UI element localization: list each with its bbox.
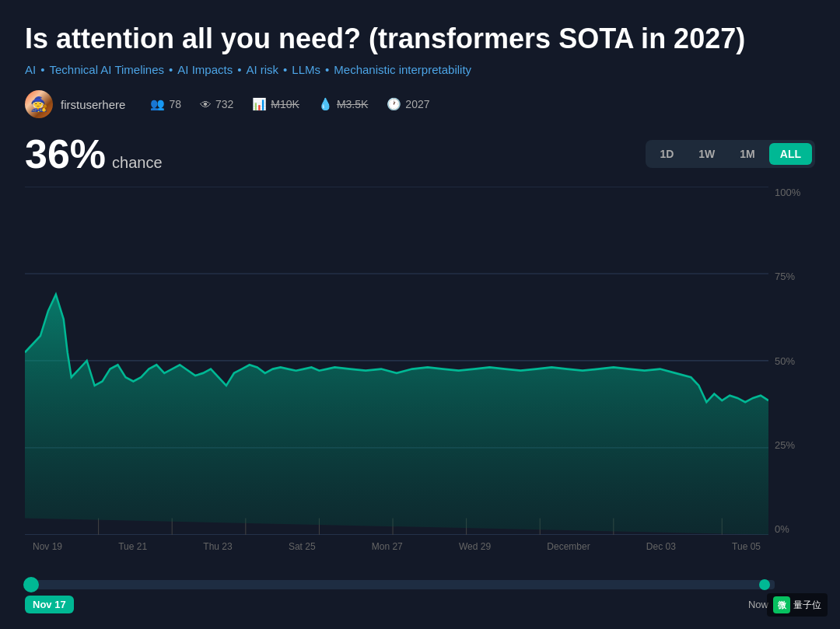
- x-label-thu23: Thu 23: [203, 541, 232, 552]
- chart-svg-container: [25, 187, 768, 535]
- tag-llms[interactable]: LLMs: [292, 63, 320, 76]
- y-label-75: 75%: [775, 271, 815, 282]
- x-label-wed29: Wed 29: [459, 541, 491, 552]
- x-label-nov19: Nov 19: [33, 541, 62, 552]
- volume-icon: 📊: [252, 97, 267, 111]
- timeframe-1w[interactable]: 1W: [688, 143, 726, 165]
- views-icon: 👁: [200, 98, 212, 111]
- x-label-tue05: Tue 05: [732, 541, 761, 552]
- range-labels: Nov 17 Now: [25, 596, 768, 613]
- username[interactable]: firstuserhere: [61, 98, 125, 111]
- y-axis: 100% 75% 50% 25% 0%: [768, 187, 815, 535]
- avatar[interactable]: 🧙: [25, 90, 53, 118]
- chance-display: 36% chance: [25, 131, 163, 177]
- liquidity-icon: 💧: [318, 97, 333, 111]
- y-label-50: 50%: [775, 355, 815, 367]
- chart-area: 100% 75% 50% 25% 0% Nov 19 Tue 21 Thu 23…: [25, 187, 815, 574]
- x-label-tue21: Tue 21: [118, 541, 147, 552]
- chart-svg: [25, 187, 768, 535]
- range-start-label: Nov 17: [25, 596, 74, 613]
- wechat-icon: 微: [773, 596, 790, 613]
- stat-liquidity: 💧 M3.5K: [318, 97, 368, 111]
- scrollbar-handle[interactable]: [31, 580, 775, 589]
- chance-label: chance: [112, 154, 163, 172]
- scrollbar-left-handle[interactable]: [23, 577, 39, 592]
- tag-ai-impacts[interactable]: AI Impacts: [177, 63, 233, 76]
- x-label-sat25: Sat 25: [289, 541, 316, 552]
- x-label-mon27: Mon 27: [372, 541, 403, 552]
- tags-row: AI • Technical AI Timelines • AI Impacts…: [25, 63, 815, 76]
- watermark: 微 量子位: [767, 593, 828, 617]
- range-end-label: Now: [748, 596, 768, 613]
- scrollbar-right-handle[interactable]: [759, 579, 770, 590]
- stat-views: 👁 732: [200, 98, 233, 111]
- volume-value: M10K: [271, 98, 299, 110]
- watermark-text: 量子位: [793, 599, 821, 612]
- y-label-0: 0%: [775, 523, 815, 535]
- stat-volume: 📊 M10K: [252, 97, 299, 111]
- tag-technical-ai-timelines[interactable]: Technical AI Timelines: [49, 63, 164, 76]
- tag-ai-risk[interactable]: AI risk: [246, 63, 278, 76]
- timeframe-1m[interactable]: 1M: [729, 143, 765, 165]
- liquidity-value: M3.5K: [337, 98, 368, 110]
- followers-count: 78: [169, 98, 181, 110]
- scrollbar-container[interactable]: [25, 578, 768, 591]
- x-label-dec03: Dec 03: [646, 541, 676, 552]
- x-axis: Nov 19 Tue 21 Thu 23 Sat 25 Mon 27 Wed 2…: [25, 535, 768, 574]
- page-title: Is attention all you need? (transformers…: [25, 22, 815, 55]
- timeframe-all[interactable]: ALL: [769, 143, 812, 165]
- followers-icon: 👥: [150, 97, 165, 111]
- y-label-25: 25%: [775, 439, 815, 451]
- x-label-december: December: [547, 541, 590, 552]
- stat-year: 🕐 2027: [387, 97, 429, 111]
- stat-followers: 👥 78: [150, 97, 181, 111]
- stats-row: 👥 78 👁 732 📊 M10K 💧 M3.5K 🕐 2027: [150, 97, 429, 111]
- chance-percentage: 36%: [25, 131, 106, 177]
- tag-mechanistic-interpretability[interactable]: Mechanistic interpretability: [334, 63, 471, 76]
- timeframe-1d[interactable]: 1D: [649, 143, 684, 165]
- x-labels: Nov 19 Tue 21 Thu 23 Sat 25 Mon 27 Wed 2…: [25, 541, 768, 552]
- year-icon: 🕐: [387, 97, 401, 111]
- views-count: 732: [215, 98, 233, 110]
- year-value: 2027: [405, 98, 429, 110]
- y-label-100: 100%: [775, 187, 815, 198]
- tag-ai[interactable]: AI: [25, 63, 36, 76]
- meta-row: 🧙 firstuserhere 👥 78 👁 732 📊 M10K 💧 M3.5…: [25, 90, 815, 118]
- timeframe-buttons: 1D 1W 1M ALL: [646, 140, 815, 168]
- chart-header: 36% chance 1D 1W 1M ALL: [25, 131, 815, 177]
